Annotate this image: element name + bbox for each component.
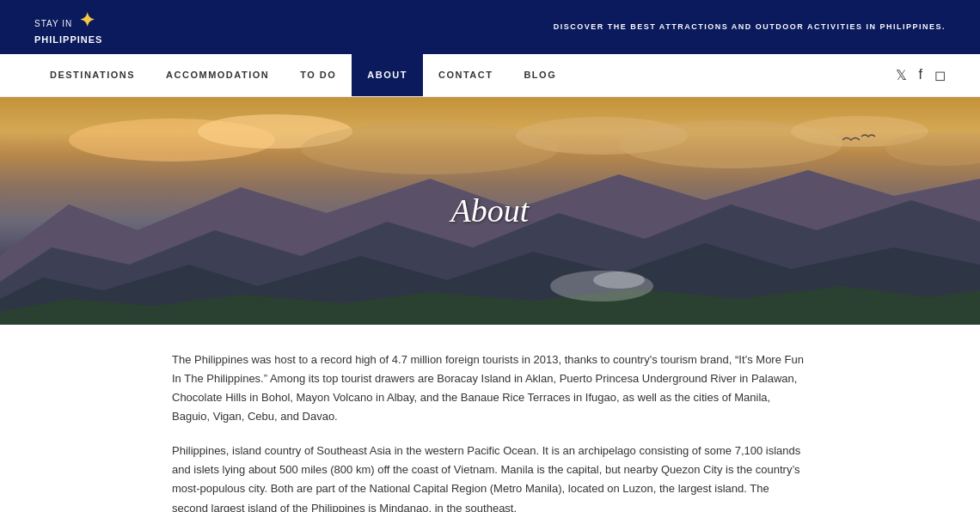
nav-social: 𝕏 f ◻ xyxy=(896,54,946,96)
nav-bar: DESTINATIONS ACCOMMODATION TO DO ABOUT C… xyxy=(0,54,980,97)
content-area: The Philippines was host to a record hig… xyxy=(0,325,980,512)
nav-item-contact[interactable]: CONTACT xyxy=(423,54,508,96)
svg-point-12 xyxy=(593,271,645,289)
nav-item-destinations[interactable]: DESTINATIONS xyxy=(34,54,150,96)
nav-item-accommodation[interactable]: ACCOMMODATION xyxy=(150,54,285,96)
logo-philippines: PHILIPPINES xyxy=(34,34,102,46)
facebook-icon[interactable]: f xyxy=(919,67,922,82)
content-paragraph-2: Philippines, island country of Southeast… xyxy=(172,442,808,512)
logo-stay-in: STAY IN xyxy=(34,19,72,28)
top-bar: STAY IN ✦ PHILIPPINES DISCOVER THE BEST … xyxy=(0,0,980,54)
twitter-icon[interactable]: 𝕏 xyxy=(896,67,907,83)
logo-star-icon: ✦ xyxy=(79,9,95,31)
nav-item-blog[interactable]: BLOG xyxy=(508,54,572,96)
top-tagline: DISCOVER THE BEST ATTRACTIONS AND OUTDOO… xyxy=(554,22,946,31)
instagram-icon[interactable]: ◻ xyxy=(934,67,946,83)
nav-item-about[interactable]: ABOUT xyxy=(352,54,423,96)
hero-title: About xyxy=(451,192,530,229)
nav-item-todo[interactable]: TO DO xyxy=(285,54,352,96)
nav-links: DESTINATIONS ACCOMMODATION TO DO ABOUT C… xyxy=(34,54,572,96)
hero-mountains-svg xyxy=(0,153,980,325)
logo[interactable]: STAY IN ✦ PHILIPPINES xyxy=(34,9,102,46)
hero-birds xyxy=(842,131,877,149)
hero-section: About xyxy=(0,97,980,325)
content-paragraph-1: The Philippines was host to a record hig… xyxy=(172,350,808,426)
